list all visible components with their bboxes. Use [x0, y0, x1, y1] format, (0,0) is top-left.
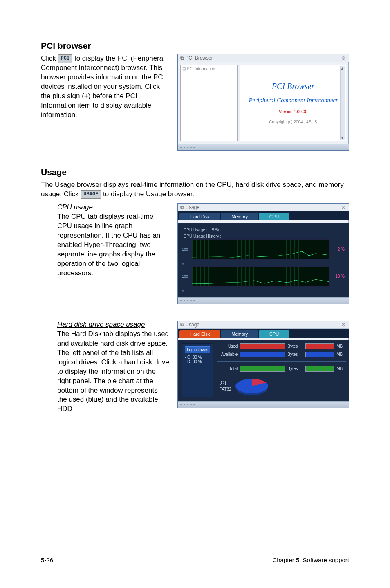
pci-version-text: Version 1.00.00 — [279, 110, 307, 114]
usage-hd-title-text: Usage — [185, 322, 199, 328]
window-footer — [178, 144, 349, 150]
usage-p1-post: to display the Usage browser. — [103, 190, 194, 198]
hd-used-bar — [240, 343, 285, 349]
window-footer — [178, 401, 349, 408]
graph1-ytick-top: 100 — [182, 247, 189, 251]
pci-paragraph: Click PCI to display the PCI (Peripheral… — [41, 54, 169, 120]
page-footer: 5-26 Chapter 5: Software support — [41, 553, 349, 563]
tab-cpu[interactable]: CPU — [259, 213, 289, 220]
pci-copyright-text: Copyright (c) 2004 , ASUS — [269, 120, 317, 124]
pci-para-pre: Click — [41, 54, 58, 62]
page-number: 5-26 — [41, 557, 53, 563]
hd-tabs: Hard Disk Memory CPU — [178, 329, 349, 338]
graph2-ytick-top: 100 — [182, 274, 189, 278]
close-icon[interactable]: ⊗ — [341, 55, 346, 61]
usage-intro-paragraph: The Usage browser displays real-time inf… — [41, 180, 349, 199]
pci-tree-root-node[interactable]: PCI Information — [182, 67, 235, 71]
hd-avail-bar2 — [305, 352, 334, 357]
usage-hd-window: ⧉ Usage ⊗ Hard Disk Memory CPU LogicDriv… — [177, 321, 349, 408]
hd-total-mb-unit: MB — [336, 366, 346, 371]
hd-used-bytes-unit: Bytes — [287, 344, 303, 348]
scrollbar[interactable] — [340, 66, 345, 140]
app-icon: ⧉ — [180, 322, 185, 328]
cpu-history-label: CPU Usage History : — [184, 234, 345, 238]
window-footer — [178, 297, 349, 304]
cpu-graph-1 — [192, 239, 330, 260]
hd-used-label: Used — [217, 344, 238, 348]
tab-memory[interactable]: Memory — [221, 330, 258, 338]
hd-avail-label: Available — [217, 352, 238, 357]
hd-avail-bar — [240, 352, 285, 357]
hd-drive-item-c[interactable]: - C: 30 % — [185, 355, 210, 359]
cpu-usage-paragraph: The CPU tab displays real-time CPU usage… — [57, 212, 169, 278]
graph2-ytick-bot: 0 — [182, 289, 189, 293]
pie-drive-label: [C:] — [220, 379, 231, 386]
app-icon: ⧉ — [180, 55, 185, 61]
cpu-usage-value: 5 % — [212, 228, 219, 232]
cpu-graph-2-pct: 18 % — [332, 274, 345, 278]
close-icon[interactable]: ⊗ — [341, 204, 346, 210]
hd-total-bar2 — [305, 366, 334, 372]
hd-total-bytes-unit: Bytes — [287, 366, 303, 371]
hd-info-panel: Used Bytes MB Available Bytes — [217, 343, 346, 397]
hd-drive-item-d[interactable]: - D: 80 % — [185, 359, 210, 364]
cpu-graph-1-pct: 2 % — [332, 247, 345, 251]
cpu-graph-2 — [192, 266, 330, 287]
hd-row-total: Total Bytes MB — [217, 366, 346, 372]
hd-used-mb-unit: MB — [336, 344, 346, 348]
tab-cpu[interactable]: CPU — [259, 330, 289, 338]
pci-browser-window: ⧉ PCI Browser ⊗ PCI Information PCI Brow… — [177, 54, 349, 151]
hd-usage-paragraph: The Hard Disk tab displays the used and … — [57, 330, 169, 414]
graph1-ytick-bot: 0 — [182, 262, 189, 266]
cpu-usage-heading: CPU usage — [57, 203, 169, 211]
divider — [217, 361, 346, 362]
pci-info-panel: PCI Browser Peripheral Component Interco… — [240, 65, 346, 141]
hd-drive-list-header: LogicDrives — [185, 346, 210, 353]
pci-window-titlebar: ⧉ PCI Browser ⊗ — [178, 54, 349, 62]
hd-used-bar2 — [305, 343, 334, 349]
pci-tree-panel[interactable]: PCI Information — [180, 65, 238, 141]
pci-window-title-text: PCI Browser — [185, 55, 213, 61]
hd-drive-list: LogicDrives - C: 30 % - D: 80 % — [182, 343, 213, 397]
cpu-usage-label: CPU Usage : — [184, 228, 207, 232]
hd-row-available: Available Bytes MB — [217, 352, 346, 357]
usage-inline-button[interactable]: USAGE — [81, 190, 101, 198]
pci-section-title: PCI browser — [41, 41, 349, 51]
pie-fs-label: FAT32 — [220, 386, 231, 393]
usage-tabs: Hard Disk Memory CPU — [178, 211, 349, 220]
usage-hd-titlebar: ⧉ Usage ⊗ — [178, 321, 349, 329]
hd-avail-mb-unit: MB — [336, 352, 346, 357]
hd-total-label: Total — [217, 366, 238, 371]
tab-harddisk[interactable]: Hard Disk — [179, 330, 220, 338]
cpu-line-1 — [192, 251, 329, 257]
hd-pie-chart — [235, 379, 268, 393]
hd-row-used: Used Bytes MB — [217, 343, 346, 349]
app-icon: ⧉ — [180, 204, 185, 210]
close-icon[interactable]: ⊗ — [341, 322, 346, 328]
tab-memory[interactable]: Memory — [221, 213, 258, 220]
pci-brand-line1: PCI Browser — [272, 82, 314, 91]
chapter-label: Chapter 5: Software support — [272, 557, 349, 563]
pci-brand-line2: Peripheral Component Interconnect — [249, 97, 338, 104]
usage-cpu-title-text: Usage — [185, 204, 199, 210]
hd-usage-heading: Hard disk drive space usage — [57, 321, 169, 329]
pci-para-post: to display the PCI (Peripheral Component… — [41, 54, 165, 119]
usage-cpu-titlebar: ⧉ Usage ⊗ — [178, 204, 349, 211]
cpu-line-2 — [192, 279, 329, 284]
hd-avail-bytes-unit: Bytes — [287, 352, 303, 357]
usage-cpu-window: ⧉ Usage ⊗ Hard Disk Memory CPU CPU Usage… — [177, 203, 349, 304]
usage-section-title: Usage — [41, 167, 349, 177]
tab-harddisk[interactable]: Hard Disk — [179, 213, 220, 220]
pci-inline-button[interactable]: PCI — [58, 54, 73, 63]
hd-total-bar — [240, 366, 285, 372]
